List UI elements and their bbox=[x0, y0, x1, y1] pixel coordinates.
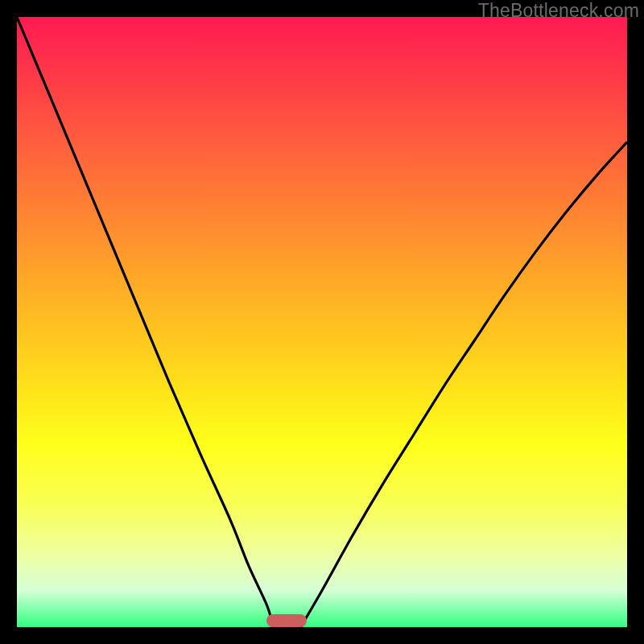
left-curve-path bbox=[17, 17, 273, 627]
watermark-text: TheBottleneck.com bbox=[478, 0, 639, 22]
right-curve-path bbox=[300, 142, 627, 627]
optimal-marker bbox=[266, 614, 306, 627]
bottleneck-curve bbox=[17, 17, 627, 627]
chart-plot-area bbox=[17, 17, 627, 627]
